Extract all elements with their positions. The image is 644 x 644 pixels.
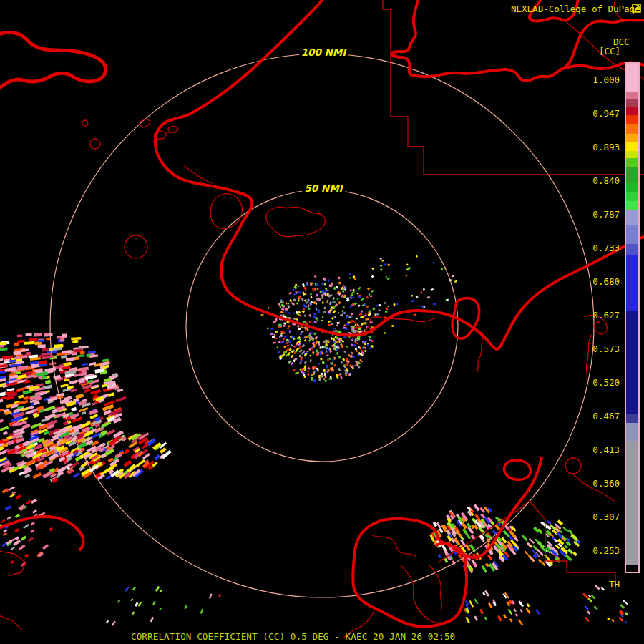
colorbar-tick: 0.947 [592,109,620,119]
colorbar-tick: 0.840 [592,176,620,186]
colorbar-tick: 0.787 [592,210,620,220]
colorbar-segment [626,134,638,142]
colorbar-segment [626,255,638,311]
lake-outline [125,235,147,258]
colorbar-tick: 0.467 [592,411,620,421]
colorbar-segment [626,311,638,414]
colorbar-segment [626,414,638,423]
colorbar-tick: 0.520 [592,378,620,388]
colorbar-segment [626,142,638,151]
radar-display: 100 NMI 50 NMI NEXLAB-College of DuPage … [0,0,644,644]
colorbar-segment [626,151,638,158]
island-southeast [504,460,530,479]
colorbar-tick: 0.413 [592,445,620,455]
brand-text: NEXLAB-College of DuPage [511,4,640,14]
units-label: [CC] [599,47,620,57]
colorbar-segment [626,210,638,225]
river-line [386,318,436,322]
colorbar-segment [626,64,638,92]
colorbar-tick: 0.573 [592,344,620,354]
colorbar-segment [626,99,638,107]
colorbar-segment [626,192,638,201]
colorbar-tick: 0.360 [592,479,620,489]
coast-arc-north [155,0,323,309]
colorbar-segment [626,167,638,182]
lake-outline [82,120,88,126]
island-outline [168,126,178,132]
colorbar [625,62,640,573]
lake-outline [90,139,100,149]
radar-map-canvas: 100 NMI 50 NMI [0,0,644,644]
colorbar-tick: 0.893 [592,142,620,152]
colorbar-tick: 0.307 [592,512,620,522]
range-ring-50nmi [186,190,458,462]
boundary-sw [0,551,26,575]
lake-outline [210,194,243,229]
coast-southwest [0,517,84,550]
ring-label-50nmi: 50 NMI [304,182,343,194]
threshold-label: TH [609,580,620,590]
boundary-sw [0,615,21,630]
coast-central [258,236,644,349]
river-detail-mid-east [477,336,484,372]
lake-outline [565,458,581,474]
radar-echoes [0,255,628,626]
colorbar-segment [626,201,638,210]
product-title: CORRELATION COEFFICIENT (CC) 0.5 DEG - K… [131,631,455,642]
colorbar-tick: 0.627 [592,311,620,321]
lake-outline [266,207,326,236]
river-hook-east [586,335,591,379]
colorbar-tick: 0.253 [592,546,620,556]
colorbar-segment [626,124,638,134]
college-of-dupage-icon [632,3,642,14]
colorbar-segment [626,92,638,99]
colorbar-tick: 0.680 [592,277,620,287]
ring-label-100nmi: 100 NMI [301,47,348,58]
colorbar-segment [626,182,638,192]
colorbar-tick: 1.000 [592,75,620,85]
river-lake-detail [429,565,441,610]
colorbar-segment [626,107,638,115]
range-ring-labels: 100 NMI 50 NMI [299,46,348,195]
colorbar-segment [626,423,638,441]
colorbar-segment [626,225,638,244]
colorbar-segment [626,115,638,124]
colorbar-segment [626,441,638,565]
colorbar-segment [626,565,638,572]
coast-northwest-blob [0,32,106,89]
river-lake-detail [372,535,416,557]
colorbar-segment [626,158,638,167]
colorbar-tick: 0.733 [592,243,620,253]
colorbar-segment [626,244,638,255]
